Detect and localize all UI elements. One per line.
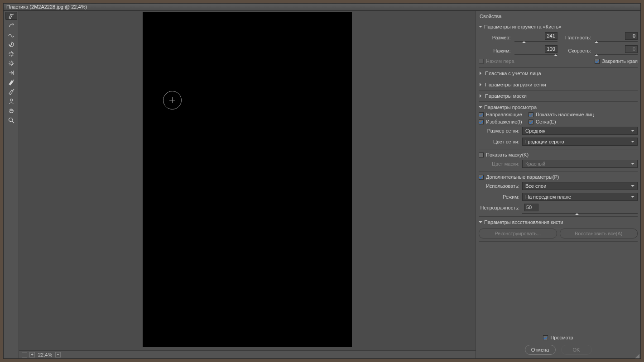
mesh-color-select[interactable]: Градации серого — [522, 138, 638, 146]
mesh-color-label: Цвет сетки: — [479, 139, 519, 144]
section-brush-header[interactable]: Параметры инструмента «Кисть» — [479, 23, 638, 30]
stylus-pressure-label: Нажим пера — [486, 58, 514, 64]
section-brush-options: Параметры инструмента «Кисть» Размер: 24… — [479, 21, 638, 68]
disclosure-triangle-icon — [479, 26, 482, 29]
reconstruct-button: Реконструировать... — [479, 229, 557, 238]
show-image-label: Изображение(I) — [486, 119, 522, 124]
zoom-tool[interactable] — [5, 116, 17, 124]
mesh-size-select[interactable]: Средняя — [522, 127, 638, 135]
disclosure-triangle-icon — [480, 83, 483, 86]
reconstruct-tool[interactable] — [5, 21, 17, 29]
mask-color-select: Красный — [522, 160, 638, 168]
section-reconstruct: Параметры восстановления кисти Реконстру… — [479, 217, 638, 242]
show-mesh-row[interactable]: Сетка(E) — [529, 119, 638, 124]
section-face-aware-header[interactable]: Пластика с учетом лица — [479, 70, 638, 77]
use-label: Использовать: — [479, 183, 519, 189]
pressure-input[interactable]: 100 — [545, 45, 557, 53]
show-backdrop-row[interactable]: Дополнительные параметры(P) — [479, 173, 638, 181]
mode-label: Режим: — [479, 194, 519, 200]
pin-edges-label: Закрепить края — [602, 58, 638, 64]
canvas-area[interactable] — [19, 11, 476, 350]
disclosure-triangle-icon — [479, 221, 482, 225]
status-bar: – + 22,4% — [19, 350, 476, 358]
show-guides-checkbox[interactable] — [479, 112, 484, 117]
pressure-slider[interactable] — [514, 54, 557, 56]
show-image-row[interactable]: Изображение(I) — [479, 119, 529, 124]
show-guides-row[interactable]: Направляющие — [479, 112, 529, 117]
svg-point-0 — [10, 99, 12, 101]
resize-grip-icon[interactable] — [635, 354, 639, 358]
show-guides-label: Направляющие — [486, 112, 522, 117]
window-title: Пластика (2M2A2228.jpg @ 22,4%) — [4, 4, 640, 11]
show-image-checkbox[interactable] — [479, 119, 484, 124]
properties-panel: Свойства Параметры инструмента «Кисть» Р… — [476, 11, 640, 358]
freeze-mask-tool[interactable] — [5, 78, 17, 86]
mesh-size-label: Размер сетки: — [479, 128, 519, 133]
show-backdrop-checkbox[interactable] — [479, 175, 484, 180]
preview-checkbox[interactable] — [543, 335, 548, 340]
pin-edges-checkbox[interactable] — [595, 59, 600, 64]
twirl-tool[interactable] — [5, 40, 17, 48]
tool-column — [4, 11, 19, 358]
density-slider[interactable] — [595, 41, 638, 43]
show-face-overlay-label: Показать наложение лиц — [536, 112, 594, 117]
section-view-title: Параметры просмотра — [484, 105, 537, 110]
push-left-tool[interactable] — [5, 69, 17, 77]
zoom-out-button[interactable]: – — [22, 352, 27, 357]
hand-tool[interactable] — [5, 107, 17, 115]
show-face-overlay-row[interactable]: Показать наложение лиц — [529, 112, 638, 117]
pucker-tool[interactable] — [5, 50, 17, 58]
mode-select[interactable]: На переднем плане — [522, 193, 638, 201]
canvas-wrap: – + 22,4% — [19, 11, 476, 358]
disclosure-triangle-icon — [480, 71, 483, 75]
preview-row[interactable]: Просмотр — [543, 334, 573, 341]
section-face-title: Пластика с учетом лица — [485, 71, 541, 76]
face-tool[interactable] — [5, 97, 17, 105]
smooth-tool[interactable] — [5, 31, 17, 39]
stylus-pressure-checkbox — [479, 59, 484, 64]
canvas[interactable] — [143, 12, 352, 347]
section-reconstruct-header[interactable]: Параметры восстановления кисти — [479, 219, 638, 226]
section-load-mesh-header[interactable]: Параметры загрузки сетки — [479, 81, 638, 88]
section-mask-header[interactable]: Параметры маски — [479, 92, 638, 100]
size-input[interactable]: 241 — [545, 32, 557, 40]
size-slider[interactable] — [514, 41, 557, 43]
show-mesh-checkbox[interactable] — [529, 119, 533, 124]
panel-title: Свойства — [479, 11, 638, 21]
section-brush-title: Параметры инструмента «Кисть» — [484, 24, 562, 29]
show-mask-row[interactable]: Показать маску(K) — [479, 151, 638, 158]
density-label: Плотность: — [559, 35, 593, 40]
preview-label: Просмотр — [550, 335, 573, 340]
restore-all-button: Восстановить все(A) — [560, 229, 638, 238]
stylus-pressure-row: Нажим пера — [479, 57, 514, 65]
show-backdrop-label: Дополнительные параметры(P) — [486, 174, 559, 180]
zoom-in-button[interactable]: + — [29, 352, 35, 357]
forward-warp-tool[interactable] — [5, 12, 17, 20]
rate-slider — [595, 54, 638, 56]
zoom-level: 22,4% — [38, 352, 52, 357]
rate-input: 0 — [625, 45, 638, 53]
bloat-tool[interactable] — [5, 59, 17, 67]
show-mask-checkbox[interactable] — [479, 152, 484, 157]
mask-color-label: Цвет маски: — [479, 161, 519, 167]
opacity-slider[interactable] — [522, 213, 638, 214]
section-view-header[interactable]: Параметры просмотра — [479, 104, 638, 111]
svg-point-1 — [9, 118, 12, 122]
opacity-input[interactable]: 50 — [524, 204, 538, 211]
section-mask-title: Параметры маски — [485, 93, 527, 99]
pressure-label: Нажим: — [479, 48, 513, 53]
size-label: Размер: — [479, 35, 513, 40]
rate-label: Скорость: — [559, 48, 593, 53]
cancel-button[interactable]: Отмена — [525, 345, 556, 355]
thaw-mask-tool[interactable] — [5, 88, 17, 96]
opacity-label: Непрозрачность: — [479, 205, 519, 210]
section-reconstruct-title: Параметры восстановления кисти — [484, 219, 563, 225]
disclosure-triangle-icon — [479, 106, 482, 110]
show-face-overlay-checkbox[interactable] — [529, 112, 533, 117]
zoom-dropdown[interactable] — [55, 352, 61, 357]
show-mesh-label: Сетка(E) — [536, 119, 556, 124]
pin-edges-row[interactable]: Закрепить края — [595, 57, 638, 65]
use-select[interactable]: Все слои — [522, 182, 638, 190]
section-view-options: Параметры просмотра Направляющие Показат… — [479, 102, 638, 217]
density-input[interactable]: 0 — [625, 32, 638, 40]
